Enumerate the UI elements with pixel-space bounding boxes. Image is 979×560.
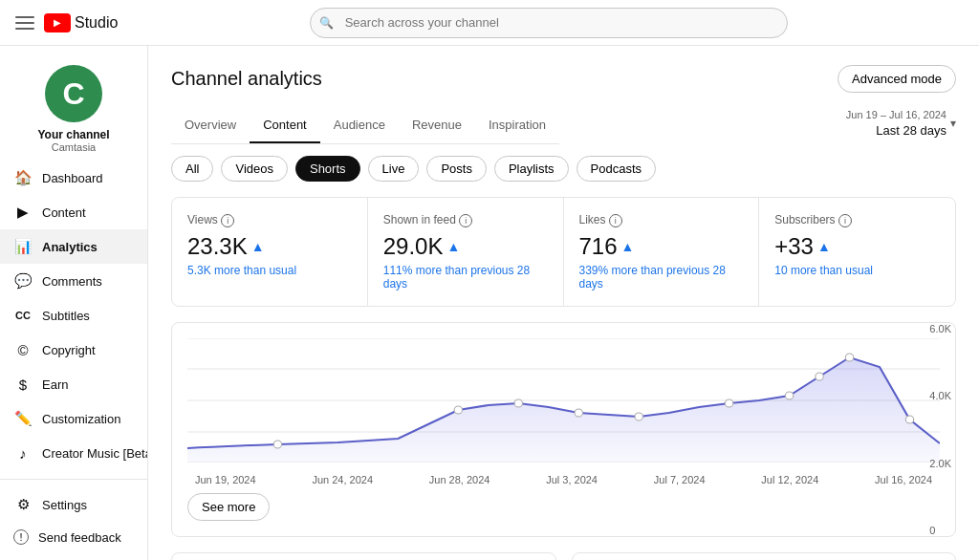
svg-point-8 bbox=[575, 409, 582, 417]
chose-to-view-card: How many chose to view Last 28 days 57.8… bbox=[572, 552, 957, 560]
copyright-icon: © bbox=[13, 340, 33, 359]
svg-point-14 bbox=[905, 416, 913, 423]
stat-change-shown: 111% more than previous 28 days bbox=[383, 264, 548, 291]
channel-handle: Camtasia bbox=[52, 141, 96, 153]
chart-y-labels: 6.0K 4.0K 2.0K 0 bbox=[925, 323, 955, 536]
svg-point-11 bbox=[785, 392, 793, 399]
stat-label-shown: Shown in feed i bbox=[383, 213, 548, 227]
stat-value-shown: 29.0K ▲ bbox=[383, 233, 548, 260]
customization-icon: ✏️ bbox=[13, 409, 33, 428]
stat-cards: Views i 23.3K ▲ 5.3K more than usual Sho… bbox=[171, 197, 956, 307]
stat-change-subscribers: 10 more than usual bbox=[774, 264, 940, 277]
sidebar-nav: 🏠 Dashboard ▶ Content 📊 Analytics 💬 Comm… bbox=[0, 161, 147, 471]
sidebar-bottom: ⚙ Settings ! Send feedback bbox=[0, 479, 147, 552]
chart-x-labels: Jun 19, 2024 Jun 24, 2024 Jun 28, 2024 J… bbox=[187, 474, 940, 485]
sidebar: C Your channel Camtasia 🏠 Dashboard ▶ Co… bbox=[0, 46, 148, 560]
topbar-left: Studio bbox=[15, 13, 118, 32]
search-bar bbox=[310, 8, 788, 38]
chart-see-more-button[interactable]: See more bbox=[187, 493, 270, 521]
date-range-label: Jun 19 – Jul 16, 2024 bbox=[846, 108, 946, 122]
pill-posts[interactable]: Posts bbox=[426, 156, 487, 182]
pill-videos[interactable]: Videos bbox=[221, 156, 288, 182]
sidebar-label-settings: Settings bbox=[42, 498, 87, 512]
tab-overview[interactable]: Overview bbox=[171, 108, 250, 143]
earn-icon: $ bbox=[13, 375, 33, 394]
stat-card-views: Views i 23.3K ▲ 5.3K more than usual bbox=[172, 198, 368, 306]
sidebar-label-content: Content bbox=[42, 205, 86, 220]
svg-point-7 bbox=[514, 399, 522, 407]
bottom-cards: How viewers find your Shorts Views · Las… bbox=[171, 552, 956, 560]
sidebar-label-customization: Customization bbox=[42, 412, 120, 426]
svg-point-6 bbox=[454, 406, 462, 414]
stat-value-subscribers: +33 ▲ bbox=[774, 233, 940, 260]
trend-icon-shown: ▲ bbox=[446, 239, 460, 254]
avatar: C bbox=[45, 65, 102, 122]
channel-info: C Your channel Camtasia bbox=[0, 54, 147, 161]
stat-change-likes: 339% more than previous 28 days bbox=[579, 264, 744, 291]
stat-card-shown: Shown in feed i 29.0K ▲ 111% more than p… bbox=[368, 198, 564, 306]
main-content: Channel analytics Advanced mode Overview… bbox=[148, 46, 979, 560]
feedback-icon: ! bbox=[13, 529, 29, 545]
tab-content[interactable]: Content bbox=[250, 108, 320, 143]
tab-audience[interactable]: Audience bbox=[320, 108, 399, 143]
pill-live[interactable]: Live bbox=[368, 156, 420, 182]
pill-shorts[interactable]: Shorts bbox=[295, 156, 360, 182]
stat-change-views: 5.3K more than usual bbox=[187, 264, 352, 277]
creator-music-icon: ♪ bbox=[13, 443, 33, 463]
stat-card-subscribers: Subscribers i +33 ▲ 10 more than usual bbox=[759, 198, 955, 306]
stat-label-likes: Likes i bbox=[579, 213, 744, 227]
sidebar-label-analytics: Analytics bbox=[42, 240, 98, 254]
page-title: Channel analytics bbox=[171, 68, 322, 90]
info-icon-subscribers[interactable]: i bbox=[838, 214, 852, 227]
svg-point-10 bbox=[725, 399, 732, 407]
sidebar-item-content[interactable]: ▶ Content bbox=[0, 195, 147, 229]
svg-point-13 bbox=[845, 354, 853, 361]
yt-icon bbox=[44, 13, 71, 32]
viewers-find-card: How viewers find your Shorts Views · Las… bbox=[171, 552, 556, 560]
sidebar-item-analytics[interactable]: 📊 Analytics bbox=[0, 229, 147, 264]
tabs-date-row: Overview Content Audience Revenue Inspir… bbox=[171, 108, 956, 156]
chart-wrapper: 6.0K 4.0K 2.0K 0 bbox=[187, 338, 940, 470]
pill-podcasts[interactable]: Podcasts bbox=[577, 156, 656, 182]
svg-point-9 bbox=[635, 413, 642, 420]
info-icon-likes[interactable]: i bbox=[609, 214, 622, 227]
sidebar-item-customization[interactable]: ✏️ Customization bbox=[0, 401, 147, 436]
sidebar-item-feedback[interactable]: ! Send feedback bbox=[0, 522, 147, 552]
layout: C Your channel Camtasia 🏠 Dashboard ▶ Co… bbox=[0, 46, 979, 560]
sidebar-item-settings[interactable]: ⚙ Settings bbox=[0, 487, 147, 522]
studio-label: Studio bbox=[75, 14, 118, 32]
sidebar-label-creator-music: Creator Music [Beta] bbox=[42, 446, 148, 461]
pill-playlists[interactable]: Playlists bbox=[494, 156, 569, 182]
tab-revenue[interactable]: Revenue bbox=[399, 108, 475, 143]
svg-point-12 bbox=[816, 373, 823, 380]
search-input[interactable] bbox=[310, 8, 788, 38]
date-range-picker[interactable]: Jun 19 – Jul 16, 2024 Last 28 days ▾ bbox=[846, 108, 956, 140]
sidebar-item-comments[interactable]: 💬 Comments bbox=[0, 264, 147, 298]
info-icon-shown[interactable]: i bbox=[459, 214, 472, 227]
comments-icon: 💬 bbox=[13, 271, 33, 291]
info-icon-views[interactable]: i bbox=[221, 214, 234, 227]
sidebar-label-feedback: Send feedback bbox=[38, 530, 121, 545]
tab-inspiration[interactable]: Inspiration bbox=[475, 108, 559, 143]
pill-all[interactable]: All bbox=[171, 156, 213, 182]
date-range-sub: Last 28 days bbox=[846, 122, 946, 140]
settings-icon: ⚙ bbox=[13, 495, 33, 514]
sidebar-label-comments: Comments bbox=[42, 274, 102, 289]
topbar: Studio bbox=[0, 0, 979, 46]
sidebar-item-subtitles[interactable]: CC Subtitles bbox=[0, 298, 147, 333]
advanced-mode-button[interactable]: Advanced mode bbox=[838, 65, 956, 93]
stat-label-views: Views i bbox=[187, 213, 352, 227]
sidebar-item-dashboard[interactable]: 🏠 Dashboard bbox=[0, 161, 147, 195]
sidebar-label-dashboard: Dashboard bbox=[42, 171, 103, 185]
main-tabs: Overview Content Audience Revenue Inspir… bbox=[171, 108, 559, 144]
chart-area bbox=[187, 338, 940, 463]
stat-value-likes: 716 ▲ bbox=[579, 233, 744, 260]
sidebar-item-copyright[interactable]: © Copyright bbox=[0, 333, 147, 367]
menu-icon[interactable] bbox=[15, 16, 34, 30]
stat-value-views: 23.3K ▲ bbox=[187, 233, 352, 260]
sidebar-item-earn[interactable]: $ Earn bbox=[0, 367, 147, 401]
subtitles-icon: CC bbox=[13, 306, 33, 325]
sidebar-item-creator-music[interactable]: ♪ Creator Music [Beta] bbox=[0, 436, 147, 470]
chart-container: 6.0K 4.0K 2.0K 0 Jun 19, 2024 Jun 24, 20… bbox=[171, 322, 956, 537]
stat-card-likes: Likes i 716 ▲ 339% more than previous 28… bbox=[564, 198, 760, 306]
